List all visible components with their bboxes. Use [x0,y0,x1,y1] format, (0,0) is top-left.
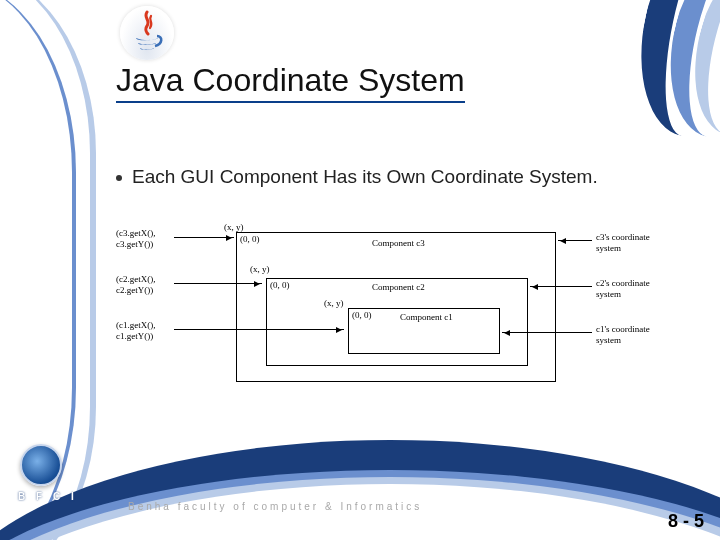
bfci-acronym: B F C I [18,491,78,502]
xy-c2-label: (x, y) [250,264,270,274]
origin-c2-label: (0, 0) [270,280,290,290]
note-c3-label: c3's coordinate system [596,232,676,254]
loc-c2-label: (c2.getX(), c2.getY()) [116,274,186,296]
decor-bottom-swoosh [0,440,720,540]
xy-c3-label: (x, y) [224,222,244,232]
arrow-loc-c3 [174,237,234,238]
page-number: 8 - 5 [668,511,704,532]
origin-c3-label: (0, 0) [240,234,260,244]
arrow-note-c2 [530,286,592,287]
bullet-text: Each GUI Component Has its Own Coordinat… [132,166,598,187]
bullet-dot-icon [116,175,122,181]
bfci-logo-icon [20,444,62,486]
arrow-loc-c2 [174,283,262,284]
note-c2-label: c2's coordinate system [596,278,676,300]
decor-top-right [600,0,720,160]
slide-title: Java Coordinate System [116,62,465,103]
bullet-line: Each GUI Component Has its Own Coordinat… [116,166,598,188]
arrow-note-c1 [502,332,592,333]
loc-c1-label: (c1.getX(), c1.getY()) [116,320,186,342]
xy-c1-label: (x, y) [324,298,344,308]
java-logo-icon [120,6,174,60]
component-c1-name: Component c1 [400,312,453,322]
footer-text: Benha faculty of computer & Informatics [128,501,422,512]
origin-c1-label: (0, 0) [352,310,372,320]
loc-c3-label: (c3.getX(), c3.getY()) [116,228,186,250]
arrow-note-c3 [558,240,592,241]
note-c1-label: c1's coordinate system [596,324,676,346]
coordinate-diagram: (0, 0) Component c3 (0, 0) Component c2 … [116,216,676,406]
component-c3-name: Component c3 [372,238,425,248]
component-c2-name: Component c2 [372,282,425,292]
arrow-loc-c1 [174,329,344,330]
